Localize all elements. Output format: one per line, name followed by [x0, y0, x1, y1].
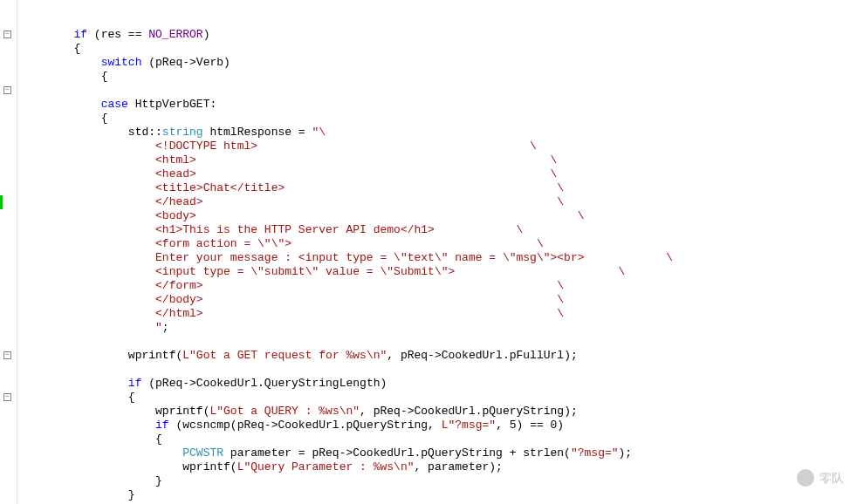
code-line[interactable]: wprintf(L"Query Parameter : %ws\n", para… [19, 460, 857, 474]
code-line[interactable]: <body> \ [19, 209, 857, 223]
code-line[interactable]: case HttpVerbGET: [19, 98, 857, 112]
code-line[interactable]: wprintf(L"Got a QUERY : %ws\n", pReq->Co… [19, 405, 857, 419]
code-line[interactable]: <input type = \"submit\" value = \"Submi… [19, 265, 857, 279]
code-line[interactable]: { [19, 42, 857, 56]
code-line[interactable]: { [19, 432, 857, 446]
code-line[interactable]: { [19, 70, 857, 84]
code-line[interactable]: <html> \ [19, 153, 857, 167]
code-line[interactable]: <!DOCTYPE html> \ [19, 140, 857, 153]
watermark: 零队 [797, 469, 844, 487]
code-line[interactable]: wprintf(L"Got a GET request for %ws\n", … [19, 349, 857, 363]
code-line[interactable]: Enter your message : <input type = \"tex… [19, 251, 857, 265]
watermark-text: 零队 [819, 471, 844, 485]
code-line[interactable] [19, 335, 857, 349]
code-line[interactable]: <h1>This is the HTTP Server API demo</h1… [19, 223, 857, 237]
code-line[interactable]: } [19, 474, 857, 488]
fold-marker[interactable]: − [3, 31, 11, 38]
code-line[interactable]: switch (pReq->Verb) [19, 56, 857, 70]
code-line[interactable] [19, 84, 857, 98]
code-line[interactable]: <title>Chat</title> \ [19, 181, 857, 195]
code-line[interactable]: { [19, 112, 857, 126]
code-line[interactable]: </form> \ [19, 279, 857, 293]
code-line[interactable] [19, 363, 857, 377]
code-line[interactable]: </body> \ [19, 293, 857, 307]
change-marker [0, 195, 3, 209]
code-line[interactable]: PCWSTR parameter = pReq->CookedUrl.pQuer… [19, 446, 857, 460]
fold-marker[interactable]: − [3, 351, 11, 359]
code-line[interactable]: } [19, 488, 857, 502]
code-line[interactable]: if (wcsncmp(pReq->CookedUrl.pQueryString… [19, 419, 857, 432]
code-line[interactable]: if (pReq->CookedUrl.QueryStringLength) [19, 377, 857, 391]
code-line[interactable]: { [19, 391, 857, 405]
code-line[interactable]: if (res == NO_ERROR) [19, 28, 857, 42]
code-line[interactable]: <form action = \"\"> \ [19, 237, 857, 251]
fold-marker[interactable]: − [3, 86, 11, 94]
code-line[interactable]: </head> \ [19, 195, 857, 209]
watermark-icon [797, 469, 814, 487]
code-editor[interactable]: if (res == NO_ERROR) { switch (pReq->Ver… [17, 0, 857, 504]
code-gutter: −−−− [0, 0, 17, 504]
fold-marker[interactable]: − [3, 393, 11, 401]
code-line[interactable]: "; [19, 321, 857, 335]
code-line[interactable]: </html> \ [19, 307, 857, 321]
code-line[interactable]: std::string htmlResponse = "\ [19, 126, 857, 140]
code-line[interactable]: <head> \ [19, 167, 857, 181]
